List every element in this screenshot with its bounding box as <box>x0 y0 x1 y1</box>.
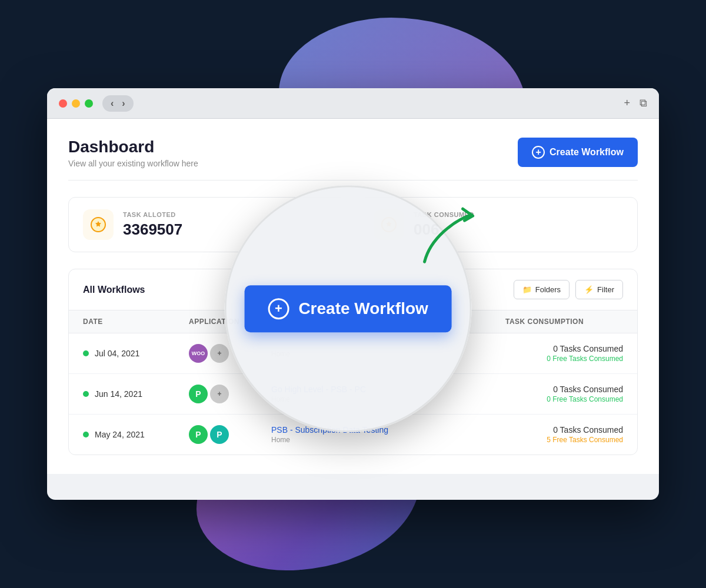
plus-circle-icon: + <box>268 298 289 319</box>
folders-label: Folders <box>535 285 561 294</box>
app-icon-woo: WOO <box>189 344 208 363</box>
create-workflow-large-label: Create Workflow <box>298 299 428 318</box>
task-count-1: 0 Tasks Consumed <box>505 344 623 353</box>
task-consumption-1: 0 Tasks Consumed 0 Free Tasks Consumed <box>505 344 623 363</box>
workflows-title: All Workflows <box>83 285 145 295</box>
date-value-2: Jun 14, 2021 <box>95 389 142 399</box>
date-cell-3: May 24, 2021 <box>83 430 189 439</box>
page-title-section: Dashboard View all your existing workflo… <box>68 138 198 168</box>
status-dot-2 <box>83 391 89 397</box>
create-workflow-large-button[interactable]: + Create Workflow <box>244 285 451 332</box>
nav-forward-button[interactable]: › <box>118 98 128 109</box>
traffic-light-yellow[interactable] <box>72 99 80 108</box>
filter-icon: ⚡ <box>584 285 594 294</box>
page-header: Dashboard View all your existing workflo… <box>68 138 638 181</box>
app-icon-p-green-2: P <box>189 425 208 444</box>
browser-actions: + ⧉ <box>624 97 647 109</box>
stat-label-alloted: TASK ALLOTED <box>123 211 182 218</box>
task-count-2: 0 Tasks Consumed <box>505 385 623 394</box>
folders-button[interactable]: 📁 Folders <box>514 280 570 299</box>
date-value-3: May 24, 2021 <box>95 430 145 439</box>
browser-chrome: ‹ › + ⧉ <box>47 88 659 119</box>
filter-button[interactable]: ⚡ Filter <box>575 280 623 299</box>
task-consumption-2: 0 Tasks Consumed 0 Free Tasks Consumed <box>505 385 623 403</box>
arrow-svg <box>413 203 484 273</box>
create-workflow-header-button[interactable]: + Create Workflow <box>518 138 638 167</box>
workflow-folder-3: Home <box>271 436 505 444</box>
workflows-actions: 📁 Folders ⚡ Filter <box>514 280 623 299</box>
date-cell-1: Jul 04, 2021 <box>83 349 189 358</box>
traffic-light-green[interactable] <box>85 99 93 108</box>
status-dot-3 <box>83 432 89 437</box>
plus-icon: + <box>532 146 545 159</box>
col-header-date: DATE <box>83 318 189 326</box>
task-count-3: 0 Tasks Consumed <box>505 425 623 435</box>
traffic-lights <box>59 99 93 108</box>
folder-icon: 📁 <box>522 285 532 294</box>
page-title: Dashboard <box>68 138 198 156</box>
free-tasks-3: 5 Free Tasks Consumed <box>505 436 623 444</box>
copy-button[interactable]: ⧉ <box>640 97 647 109</box>
col-header-task: TASK CONSUMPTION <box>505 318 623 326</box>
create-workflow-header-label: Create Workflow <box>550 147 624 158</box>
app-icon-p-green-1: P <box>189 385 208 403</box>
status-dot-1 <box>83 350 89 356</box>
stat-value-alloted: 3369507 <box>123 220 182 239</box>
stat-info-alloted: TASK ALLOTED 3369507 <box>123 211 182 239</box>
free-tasks-2: 0 Free Tasks Consumed <box>505 395 623 403</box>
magnifier-overlay: + Create Workflow <box>225 185 472 432</box>
date-cell-2: Jun 14, 2021 <box>83 389 189 399</box>
nav-back-button[interactable]: ‹ <box>107 98 117 109</box>
page-subtitle: View all your existing workflow here <box>68 159 198 168</box>
stat-icon-alloted <box>83 209 114 240</box>
magnifier-circle: + Create Workflow <box>225 185 472 432</box>
free-tasks-1: 0 Free Tasks Consumed <box>505 355 623 363</box>
nav-buttons: ‹ › <box>102 95 134 112</box>
new-tab-button[interactable]: + <box>624 97 630 109</box>
traffic-light-red[interactable] <box>59 99 67 108</box>
task-consumption-3: 0 Tasks Consumed 5 Free Tasks Consumed <box>505 425 623 444</box>
filter-label: Filter <box>597 285 614 294</box>
date-value-1: Jul 04, 2021 <box>95 349 139 358</box>
